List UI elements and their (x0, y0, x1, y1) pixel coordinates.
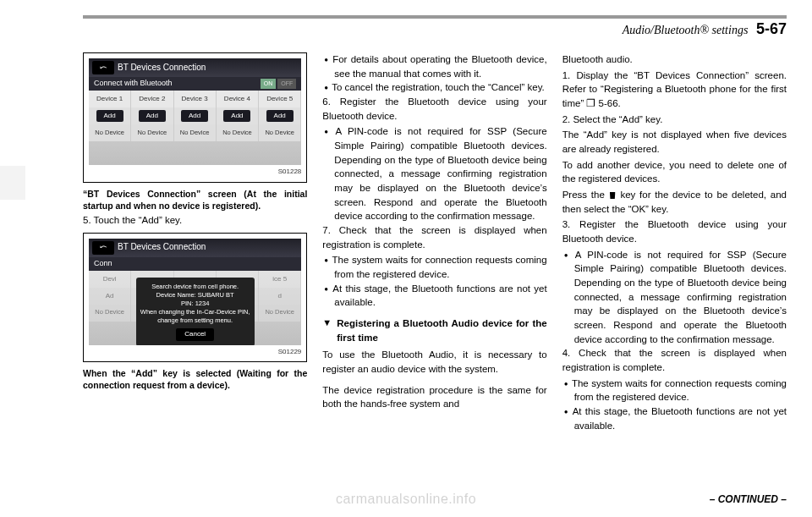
sc2-sub: Conn (94, 258, 112, 269)
c3-p2: 2. Select the “Add” key. (562, 113, 787, 127)
sc2-subbar: Conn (89, 257, 301, 271)
page-header: Audio/Bluetooth® settings 5-67 (623, 20, 787, 38)
sc2-title: BT Devices Connection (118, 241, 206, 254)
dev1: Device 1 (89, 91, 131, 107)
c2-b3: A PIN-code is not required for SSP (Secu… (334, 124, 546, 223)
toggle-on: ON (261, 79, 277, 89)
c2-b5: At this stage, the Bluetooth functions a… (334, 282, 546, 310)
column-2: For details about operating the Bluetoot… (322, 52, 546, 483)
sc1-title: BT Devices Connection (118, 62, 206, 74)
top-rule (83, 15, 787, 19)
c3-p3: The “Add” key is not displayed when five… (562, 128, 787, 156)
sc2-add-right: d (259, 288, 301, 305)
c3-b2: The system waits for connection requests… (574, 377, 787, 404)
modal-l3: PIN: 1234 (140, 300, 251, 308)
step-5: 5. Touch the “Add” key. (83, 213, 307, 228)
triangle-icon: ▼ (322, 316, 332, 328)
watermark: carmanualsonline.info (336, 492, 476, 507)
c2-p8: To use the Bluetooth Audio, it is necess… (322, 348, 546, 376)
sc2-nod5: No Device (259, 305, 301, 322)
sc2-nod1: No Device (89, 305, 131, 322)
c2-step7: 7. Check that the screen is displayed wh… (322, 223, 546, 251)
screenshot-1: ⤺ BT Devices Connection Connect with Blu… (89, 58, 301, 165)
nod3: No Device (174, 124, 217, 141)
add-btn-2: Add (139, 110, 166, 122)
sc2-dev-left: Devi (89, 271, 131, 288)
c3-p5: Press the key for the device to be delet… (562, 188, 787, 216)
nod5: No Device (259, 124, 301, 141)
modal-cancel: Cancel (176, 328, 214, 341)
c2-p9: The device registration procedure is the… (322, 383, 546, 411)
column-3: Bluetooth audio. 1. Display the “BT Devi… (562, 52, 787, 483)
dev5: Device 5 (259, 91, 301, 107)
c3-p1: 1. Display the “BT Devices Connection” s… (562, 69, 787, 111)
sc2-modal: Search device from cell phone. Device Na… (136, 278, 255, 345)
fig2-caption: When the “Add” key is selected (Waiting … (83, 367, 307, 391)
c3-p0: Bluetooth audio. (562, 52, 787, 67)
sc1-subbar: Connect with Bluetooth ON OFF (89, 77, 301, 91)
c2-b1: For details about operating the Bluetoot… (334, 52, 546, 80)
sc2-titlebar: ⤺ BT Devices Connection (89, 239, 301, 257)
add-btn-3: Add (181, 110, 208, 122)
modal-l2: Device Name: SUBARU BT (140, 291, 251, 300)
fig1-caption: “BT Devices Connection” screen (At the i… (83, 188, 307, 212)
tab-edge (0, 166, 25, 200)
c3-p5a: Press the (562, 190, 609, 200)
dev3: Device 3 (174, 91, 217, 107)
add-btn-4: Add (223, 110, 250, 122)
subheading: ▼ Registering a Bluetooth Audio device f… (322, 316, 546, 344)
subheading-text: Registering a Bluetooth Audio device for… (337, 316, 546, 344)
add-btn-1: Add (96, 110, 123, 122)
sc1-toggle: ON OFF (261, 79, 297, 89)
sc1-add-row: Add Add Add Add Add (89, 107, 301, 124)
columns: ⤺ BT Devices Connection Connect with Blu… (83, 52, 787, 483)
header-title: Audio/Bluetooth® settings (623, 24, 749, 36)
c3-b3: At this stage, the Bluetooth functions a… (574, 404, 787, 432)
sc1-device-row: Device 1 Device 2 Device 3 Device 4 Devi… (89, 91, 301, 107)
nod4: No Device (217, 124, 259, 141)
c2-step6: 6. Register the Bluetooth device using y… (322, 95, 546, 123)
sc1-nodevice-row: No Device No Device No Device No Device … (89, 124, 301, 141)
fig1-code: S01228 (89, 167, 301, 177)
dev2: Device 2 (131, 91, 173, 107)
continued-label: – CONTINUED – (710, 493, 787, 505)
modal-l5: change from setting menu. (140, 316, 251, 325)
modal-l1: Search device from cell phone. (140, 283, 251, 291)
back-icon: ⤺ (92, 61, 114, 74)
screenshot-2: ⤺ BT Devices Connection Conn Devi ice 5 … (89, 239, 301, 345)
c2-b2: To cancel the registration, touch the “C… (334, 80, 546, 95)
c3-b1: A PIN-code is not required for SSP (Secu… (574, 248, 787, 347)
figure-1: ⤺ BT Devices Connection Connect with Blu… (83, 52, 307, 183)
c3-p6: 3. Register the Bluetooth device using y… (562, 217, 787, 245)
c3-p7: 4. Check that the screen is displayed wh… (562, 346, 787, 374)
nod1: No Device (89, 124, 131, 141)
c3-p4: To add another device, you need to delet… (562, 158, 787, 186)
sc1-titlebar: ⤺ BT Devices Connection (89, 58, 301, 77)
nod2: No Device (131, 124, 173, 141)
sc2-add-left: Ad (89, 288, 131, 305)
dev4: Device 4 (217, 91, 259, 107)
toggle-off: OFF (277, 79, 296, 89)
sc1-sub: Connect with Bluetooth (94, 78, 173, 89)
c2-b4: The system waits for connection requests… (334, 253, 546, 281)
sc2-dev-right: ice 5 (259, 271, 301, 288)
fig2-code: S01229 (89, 347, 301, 357)
figure-2: ⤺ BT Devices Connection Conn Devi ice 5 … (83, 233, 307, 363)
column-1: ⤺ BT Devices Connection Connect with Blu… (83, 52, 307, 483)
add-btn-5: Add (266, 110, 294, 122)
trash-icon (609, 190, 617, 199)
page-number: 5-67 (756, 20, 787, 37)
back-icon-2: ⤺ (92, 241, 114, 255)
modal-l4: When changing the In-Car-Device PIN, (140, 308, 251, 316)
